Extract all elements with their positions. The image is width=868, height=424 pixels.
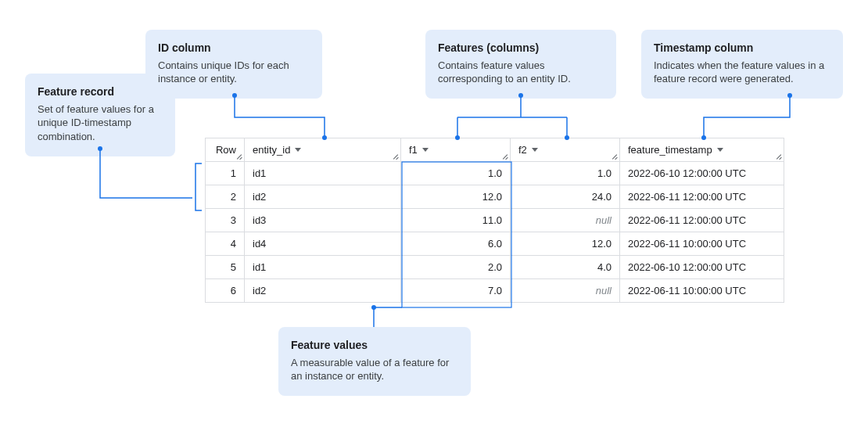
cell-entity-id: id2 (245, 279, 401, 303)
callout-title: Feature values (291, 338, 458, 353)
feature-table: Row entity_id f1 f2 feature_timestamp (205, 138, 784, 303)
cell-row-index: 1 (206, 162, 245, 185)
resize-handle-icon[interactable] (776, 153, 782, 160)
chevron-down-icon (532, 148, 538, 152)
cell-row-index: 3 (206, 209, 245, 232)
cell-entity-id: id1 (245, 162, 401, 185)
cell-f1: 12.0 (401, 185, 511, 209)
cell-timestamp: 2022-06-10 12:00:00 UTC (620, 256, 784, 279)
callout-title: Timestamp column (654, 41, 830, 56)
cell-f2: 1.0 (511, 162, 620, 185)
cell-entity-id: id2 (245, 185, 401, 209)
cell-row-index: 4 (206, 232, 245, 256)
table-row: 5id12.04.02022-06-10 12:00:00 UTC (206, 256, 784, 279)
callout-desc: Contains feature values corresponding to… (438, 59, 571, 85)
cell-f2: 4.0 (511, 256, 620, 279)
table-row: 3id311.0null2022-06-11 12:00:00 UTC (206, 209, 784, 232)
callout-title: Features (columns) (438, 41, 604, 56)
callout-title: Feature record (38, 84, 163, 99)
cell-f1: 2.0 (401, 256, 511, 279)
col-header-row[interactable]: Row (206, 138, 245, 162)
svg-point-9 (371, 305, 376, 310)
cell-f1: 11.0 (401, 209, 511, 232)
callout-desc: Set of feature values for a unique ID-ti… (38, 103, 154, 142)
cell-row-index: 6 (206, 279, 245, 303)
cell-timestamp: 2022-06-11 10:00:00 UTC (620, 232, 784, 256)
table-row: 2id212.024.02022-06-11 12:00:00 UTC (206, 185, 784, 209)
resize-handle-icon[interactable] (393, 153, 399, 160)
callout-features-columns: Features (columns) Contains feature valu… (425, 30, 616, 99)
cell-timestamp: 2022-06-11 10:00:00 UTC (620, 279, 784, 303)
callout-desc: A measurable value of a feature for an i… (291, 357, 449, 383)
cell-entity-id: id4 (245, 232, 401, 256)
cell-timestamp: 2022-06-11 12:00:00 UTC (620, 185, 784, 209)
chevron-down-icon (295, 148, 301, 152)
cell-f1: 7.0 (401, 279, 511, 303)
cell-timestamp: 2022-06-10 12:00:00 UTC (620, 162, 784, 185)
col-header-entity-id[interactable]: entity_id (245, 138, 401, 162)
col-header-f2[interactable]: f2 (511, 138, 620, 162)
col-header-f1[interactable]: f1 (401, 138, 511, 162)
cell-timestamp: 2022-06-11 12:00:00 UTC (620, 209, 784, 232)
cell-f2: null (511, 209, 620, 232)
table-row: 6id27.0null2022-06-11 10:00:00 UTC (206, 279, 784, 303)
resize-handle-icon[interactable] (612, 153, 618, 160)
cell-row-index: 5 (206, 256, 245, 279)
callout-timestamp-column: Timestamp column Indicates when the feat… (641, 30, 843, 99)
cell-f2: null (511, 279, 620, 303)
diagram-stage: Feature record Set of feature values for… (0, 0, 868, 424)
resize-handle-icon[interactable] (502, 153, 508, 160)
cell-f1: 6.0 (401, 232, 511, 256)
col-header-feature-timestamp[interactable]: feature_timestamp (620, 138, 784, 162)
callout-feature-values: Feature values A measurable value of a f… (278, 327, 471, 396)
callout-title: ID column (158, 41, 310, 56)
cell-entity-id: id1 (245, 256, 401, 279)
table-header-row: Row entity_id f1 f2 feature_timestamp (206, 138, 784, 162)
cell-f1: 1.0 (401, 162, 511, 185)
cell-f2: 24.0 (511, 185, 620, 209)
cell-row-index: 2 (206, 185, 245, 209)
resize-handle-icon[interactable] (236, 153, 242, 160)
callout-desc: Contains unique IDs for each instance or… (158, 59, 289, 85)
chevron-down-icon (422, 148, 429, 152)
callout-desc: Indicates when the feature values in a f… (654, 59, 824, 85)
cell-f2: 12.0 (511, 232, 620, 256)
chevron-down-icon (717, 148, 723, 152)
table-row: 4id46.012.02022-06-11 10:00:00 UTC (206, 232, 784, 256)
table-row: 1id11.01.02022-06-10 12:00:00 UTC (206, 162, 784, 185)
cell-entity-id: id3 (245, 209, 401, 232)
callout-id-column: ID column Contains unique IDs for each i… (145, 30, 322, 99)
